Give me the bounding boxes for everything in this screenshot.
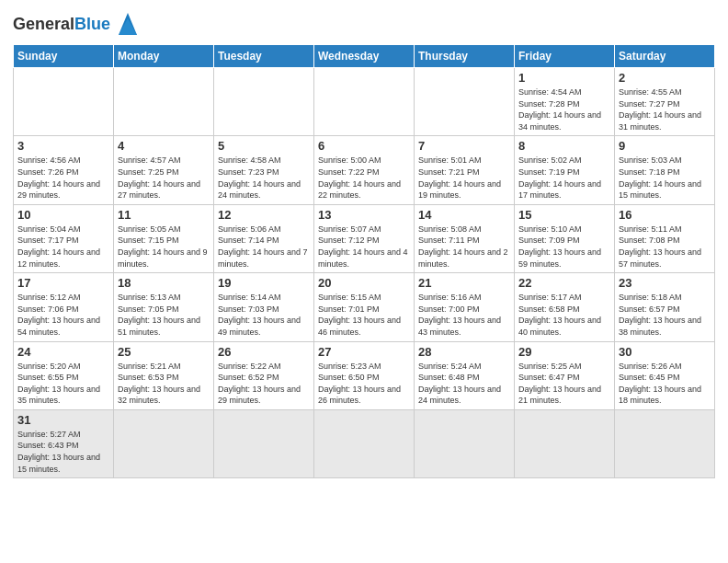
logo-text-general: General xyxy=(13,15,74,33)
calendar-cell: 17Sunrise: 5:12 AM Sunset: 7:06 PM Dayli… xyxy=(14,273,114,341)
day-number: 31 xyxy=(17,413,109,427)
weekday-header-wednesday: Wednesday xyxy=(314,45,415,68)
calendar-cell xyxy=(415,409,515,477)
calendar-cell xyxy=(214,68,314,136)
calendar-cell: 7Sunrise: 5:01 AM Sunset: 7:21 PM Daylig… xyxy=(415,136,515,204)
day-number: 24 xyxy=(17,345,109,359)
calendar-cell: 4Sunrise: 4:57 AM Sunset: 7:25 PM Daylig… xyxy=(114,136,214,204)
calendar-week-row: 1Sunrise: 4:54 AM Sunset: 7:28 PM Daylig… xyxy=(14,68,715,136)
day-info: Sunrise: 5:25 AM Sunset: 6:47 PM Dayligh… xyxy=(518,361,610,407)
day-info: Sunrise: 4:57 AM Sunset: 7:25 PM Dayligh… xyxy=(118,155,210,201)
day-info: Sunrise: 5:06 AM Sunset: 7:14 PM Dayligh… xyxy=(218,224,310,270)
day-info: Sunrise: 5:22 AM Sunset: 6:52 PM Dayligh… xyxy=(218,361,310,407)
day-info: Sunrise: 5:08 AM Sunset: 7:11 PM Dayligh… xyxy=(418,224,510,270)
day-info: Sunrise: 5:24 AM Sunset: 6:48 PM Dayligh… xyxy=(418,361,510,407)
day-number: 15 xyxy=(518,208,610,222)
day-number: 3 xyxy=(17,139,109,153)
day-info: Sunrise: 5:01 AM Sunset: 7:21 PM Dayligh… xyxy=(418,155,510,201)
day-number: 9 xyxy=(619,139,711,153)
day-info: Sunrise: 5:18 AM Sunset: 6:57 PM Dayligh… xyxy=(619,292,711,338)
calendar-cell: 15Sunrise: 5:10 AM Sunset: 7:09 PM Dayli… xyxy=(515,204,615,272)
day-number: 2 xyxy=(619,71,711,85)
calendar-cell: 30Sunrise: 5:26 AM Sunset: 6:45 PM Dayli… xyxy=(615,341,715,409)
calendar-week-row: 10Sunrise: 5:04 AM Sunset: 7:17 PM Dayli… xyxy=(14,204,715,272)
day-number: 6 xyxy=(318,139,410,153)
day-info: Sunrise: 5:00 AM Sunset: 7:22 PM Dayligh… xyxy=(318,155,410,201)
day-info: Sunrise: 5:26 AM Sunset: 6:45 PM Dayligh… xyxy=(619,361,711,407)
calendar-cell: 20Sunrise: 5:15 AM Sunset: 7:01 PM Dayli… xyxy=(314,273,415,341)
logo-text-blue: Blue xyxy=(74,15,110,33)
day-number: 8 xyxy=(518,139,610,153)
calendar-cell: 13Sunrise: 5:07 AM Sunset: 7:12 PM Dayli… xyxy=(314,204,415,272)
day-number: 4 xyxy=(118,139,210,153)
calendar-cell xyxy=(415,68,515,136)
day-info: Sunrise: 5:07 AM Sunset: 7:12 PM Dayligh… xyxy=(318,224,410,270)
weekday-header-tuesday: Tuesday xyxy=(214,45,314,68)
calendar-cell: 12Sunrise: 5:06 AM Sunset: 7:14 PM Dayli… xyxy=(214,204,314,272)
day-info: Sunrise: 5:23 AM Sunset: 6:50 PM Dayligh… xyxy=(318,361,410,407)
calendar-cell: 29Sunrise: 5:25 AM Sunset: 6:47 PM Dayli… xyxy=(515,341,615,409)
calendar-cell xyxy=(515,409,615,477)
calendar-header-row: SundayMondayTuesdayWednesdayThursdayFrid… xyxy=(14,45,715,68)
weekday-header-saturday: Saturday xyxy=(615,45,715,68)
calendar-cell xyxy=(14,68,114,136)
day-number: 30 xyxy=(619,345,711,359)
day-number: 10 xyxy=(17,208,109,222)
day-info: Sunrise: 4:55 AM Sunset: 7:27 PM Dayligh… xyxy=(619,86,711,132)
calendar-cell xyxy=(214,409,314,477)
day-number: 17 xyxy=(17,276,109,290)
day-number: 14 xyxy=(418,208,510,222)
day-number: 12 xyxy=(218,208,310,222)
weekday-header-thursday: Thursday xyxy=(415,45,515,68)
day-info: Sunrise: 5:04 AM Sunset: 7:17 PM Dayligh… xyxy=(17,224,109,270)
header: GeneralBlue xyxy=(13,9,715,39)
day-info: Sunrise: 5:13 AM Sunset: 7:05 PM Dayligh… xyxy=(118,292,210,338)
calendar-week-row: 17Sunrise: 5:12 AM Sunset: 7:06 PM Dayli… xyxy=(14,273,715,341)
day-info: Sunrise: 5:16 AM Sunset: 7:00 PM Dayligh… xyxy=(418,292,510,338)
day-info: Sunrise: 5:12 AM Sunset: 7:06 PM Dayligh… xyxy=(17,292,109,338)
day-info: Sunrise: 5:10 AM Sunset: 7:09 PM Dayligh… xyxy=(518,224,610,270)
day-number: 22 xyxy=(518,276,610,290)
calendar-cell: 25Sunrise: 5:21 AM Sunset: 6:53 PM Dayli… xyxy=(114,341,214,409)
calendar-cell: 14Sunrise: 5:08 AM Sunset: 7:11 PM Dayli… xyxy=(415,204,515,272)
calendar-cell: 22Sunrise: 5:17 AM Sunset: 6:58 PM Dayli… xyxy=(515,273,615,341)
day-number: 16 xyxy=(619,208,711,222)
calendar-cell: 5Sunrise: 4:58 AM Sunset: 7:23 PM Daylig… xyxy=(214,136,314,204)
day-number: 26 xyxy=(218,345,310,359)
day-info: Sunrise: 4:58 AM Sunset: 7:23 PM Dayligh… xyxy=(218,155,310,201)
day-number: 5 xyxy=(218,139,310,153)
calendar-cell xyxy=(615,409,715,477)
calendar-cell xyxy=(314,68,415,136)
calendar-cell: 10Sunrise: 5:04 AM Sunset: 7:17 PM Dayli… xyxy=(14,204,114,272)
calendar-cell: 27Sunrise: 5:23 AM Sunset: 6:50 PM Dayli… xyxy=(314,341,415,409)
weekday-header-monday: Monday xyxy=(114,45,214,68)
day-number: 21 xyxy=(418,276,510,290)
day-number: 27 xyxy=(318,345,410,359)
calendar-week-row: 24Sunrise: 5:20 AM Sunset: 6:55 PM Dayli… xyxy=(14,341,715,409)
day-number: 7 xyxy=(418,139,510,153)
day-info: Sunrise: 5:27 AM Sunset: 6:43 PM Dayligh… xyxy=(17,429,109,475)
day-number: 28 xyxy=(418,345,510,359)
weekday-header-friday: Friday xyxy=(515,45,615,68)
day-info: Sunrise: 5:20 AM Sunset: 6:55 PM Dayligh… xyxy=(17,361,109,407)
day-info: Sunrise: 5:14 AM Sunset: 7:03 PM Dayligh… xyxy=(218,292,310,338)
day-info: Sunrise: 5:17 AM Sunset: 6:58 PM Dayligh… xyxy=(518,292,610,338)
day-info: Sunrise: 5:11 AM Sunset: 7:08 PM Dayligh… xyxy=(619,224,711,270)
day-number: 20 xyxy=(318,276,410,290)
weekday-header-sunday: Sunday xyxy=(14,45,114,68)
day-info: Sunrise: 5:15 AM Sunset: 7:01 PM Dayligh… xyxy=(318,292,410,338)
calendar-cell: 9Sunrise: 5:03 AM Sunset: 7:18 PM Daylig… xyxy=(615,136,715,204)
day-info: Sunrise: 5:21 AM Sunset: 6:53 PM Dayligh… xyxy=(118,361,210,407)
calendar-cell: 2Sunrise: 4:55 AM Sunset: 7:27 PM Daylig… xyxy=(615,68,715,136)
svg-marker-1 xyxy=(119,18,137,35)
day-number: 11 xyxy=(118,208,210,222)
logo-icon xyxy=(113,9,142,39)
calendar-cell: 1Sunrise: 4:54 AM Sunset: 7:28 PM Daylig… xyxy=(515,68,615,136)
calendar-cell: 19Sunrise: 5:14 AM Sunset: 7:03 PM Dayli… xyxy=(214,273,314,341)
day-number: 23 xyxy=(619,276,711,290)
calendar-table: SundayMondayTuesdayWednesdayThursdayFrid… xyxy=(13,44,715,478)
day-number: 29 xyxy=(518,345,610,359)
day-info: Sunrise: 5:05 AM Sunset: 7:15 PM Dayligh… xyxy=(118,224,210,270)
day-number: 18 xyxy=(118,276,210,290)
calendar-cell: 3Sunrise: 4:56 AM Sunset: 7:26 PM Daylig… xyxy=(14,136,114,204)
